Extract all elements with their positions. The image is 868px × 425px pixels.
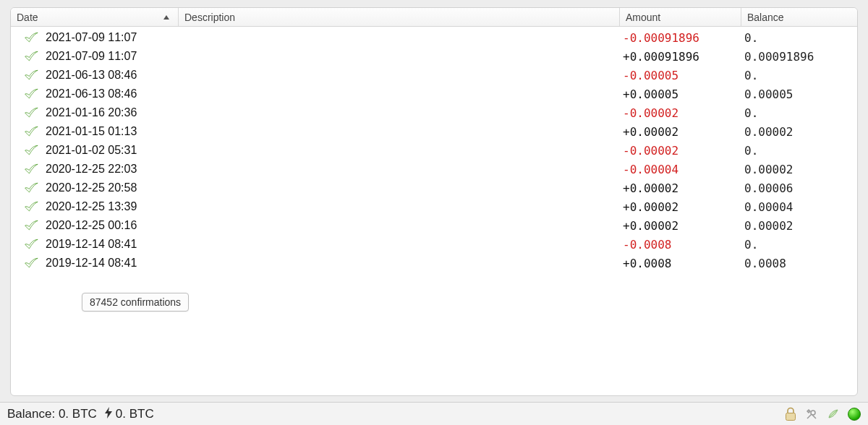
tx-date: 2020-12-25 20:58 xyxy=(43,181,179,194)
tx-date: 2020-12-25 00:16 xyxy=(43,219,179,232)
history-panel: Date Description Amount Balance 2021-07-… xyxy=(10,7,858,396)
tx-amount: -0.00002 xyxy=(614,106,736,120)
network-status-icon[interactable] xyxy=(848,408,861,421)
confirmed-check-icon xyxy=(11,145,43,156)
balance-value: 0. BTC xyxy=(59,407,97,421)
sort-asc-icon xyxy=(163,15,169,20)
tx-balance: 0. xyxy=(736,31,851,45)
tx-amount: -0.00004 xyxy=(614,163,736,176)
column-header-balance[interactable]: Balance xyxy=(741,8,857,26)
tx-balance: 0.00005 xyxy=(736,87,851,101)
column-header-description[interactable]: Description xyxy=(179,8,620,26)
tx-date: 2021-06-13 08:46 xyxy=(43,69,179,82)
confirmed-check-icon xyxy=(11,220,43,231)
table-header: Date Description Amount Balance xyxy=(11,8,857,27)
confirmed-check-icon xyxy=(11,163,43,175)
table-row[interactable]: 2021-01-15 01:13+0.000020.00002 xyxy=(11,122,857,141)
tx-amount: +0.00002 xyxy=(614,125,736,139)
tools-icon[interactable] xyxy=(804,407,819,421)
tx-date: 2019-12-14 08:41 xyxy=(43,257,179,270)
table-row[interactable]: 2021-06-13 08:46+0.000050.00005 xyxy=(11,85,857,103)
tx-balance: 0.0008 xyxy=(736,257,851,270)
tx-date: 2019-12-14 08:41 xyxy=(43,238,179,251)
tx-amount: -0.00005 xyxy=(614,69,736,82)
tx-balance: 0.00091896 xyxy=(736,50,851,64)
tx-date: 2020-12-25 13:39 xyxy=(43,200,179,213)
tx-amount: +0.00002 xyxy=(614,219,736,233)
table-row[interactable]: 2021-06-13 08:46-0.000050. xyxy=(11,66,857,85)
tx-date: 2021-01-15 01:13 xyxy=(43,125,179,138)
table-row[interactable]: 2019-12-14 08:41-0.00080. xyxy=(11,235,857,254)
lightning-balance-value: 0. BTC xyxy=(116,407,154,421)
svg-rect-0 xyxy=(786,413,796,420)
confirmed-check-icon xyxy=(11,239,43,250)
seed-icon[interactable] xyxy=(826,407,841,421)
tx-amount: +0.0008 xyxy=(614,257,736,270)
table-row[interactable]: 2021-07-09 11:07+0.000918960.00091896 xyxy=(11,47,857,66)
tx-amount: +0.00005 xyxy=(614,87,736,101)
tx-amount: +0.00091896 xyxy=(614,50,736,64)
tx-balance: 0. xyxy=(736,106,851,120)
table-row[interactable]: 2020-12-25 22:03-0.000040.00002 xyxy=(11,160,857,179)
confirmations-tooltip: 87452 confirmations xyxy=(82,293,189,312)
table-row[interactable]: 2021-01-02 05:31-0.000020. xyxy=(11,141,857,160)
tx-balance: 0.00002 xyxy=(736,219,851,233)
tx-balance: 0.00004 xyxy=(736,200,851,214)
tx-date: 2021-07-09 11:07 xyxy=(43,31,179,44)
confirmed-check-icon xyxy=(11,32,43,43)
tx-balance: 0.00002 xyxy=(736,163,851,176)
tx-date: 2021-06-13 08:46 xyxy=(43,87,179,100)
tx-amount: +0.00002 xyxy=(614,181,736,195)
confirmed-check-icon xyxy=(11,182,43,194)
tx-date: 2020-12-25 22:03 xyxy=(43,163,179,176)
tx-balance: 0. xyxy=(736,69,851,82)
tx-date: 2021-01-02 05:31 xyxy=(43,144,179,157)
wallet-window: Date Description Amount Balance 2021-07-… xyxy=(0,0,868,425)
confirmations-tooltip-text: 87452 confirmations xyxy=(90,296,181,308)
table-row[interactable]: 2019-12-14 08:41+0.00080.0008 xyxy=(11,254,857,272)
tx-amount: +0.00002 xyxy=(614,200,736,214)
tx-amount: -0.00002 xyxy=(614,144,736,158)
tx-balance: 0. xyxy=(736,144,851,158)
column-header-amount-label: Amount xyxy=(626,12,660,23)
confirmed-check-icon xyxy=(11,257,43,269)
confirmed-check-icon xyxy=(11,126,43,137)
lightning-icon xyxy=(104,407,113,421)
tx-amount: -0.00091896 xyxy=(614,31,736,45)
column-header-balance-label: Balance xyxy=(747,12,784,23)
column-header-date[interactable]: Date xyxy=(11,8,179,26)
tx-amount: -0.0008 xyxy=(614,238,736,252)
confirmed-check-icon xyxy=(11,107,43,119)
confirmed-check-icon xyxy=(11,69,43,81)
column-header-description-label: Description xyxy=(184,12,235,23)
column-header-amount[interactable]: Amount xyxy=(620,8,741,26)
table-row[interactable]: 2021-07-09 11:07-0.000918960. xyxy=(11,28,857,47)
table-row[interactable]: 2021-01-16 20:36-0.000020. xyxy=(11,103,857,122)
table-row[interactable]: 2020-12-25 00:16+0.000020.00002 xyxy=(11,216,857,235)
tx-balance: 0.00006 xyxy=(736,181,851,195)
svg-point-1 xyxy=(811,411,815,415)
tx-date: 2021-07-09 11:07 xyxy=(43,50,179,63)
tx-balance: 0.00002 xyxy=(736,125,851,139)
confirmed-check-icon xyxy=(11,201,43,212)
table-row[interactable]: 2020-12-25 13:39+0.000020.00004 xyxy=(11,197,857,216)
column-header-date-label: Date xyxy=(17,12,38,23)
table-row[interactable]: 2020-12-25 20:58+0.000020.00006 xyxy=(11,179,857,197)
tx-balance: 0. xyxy=(736,238,851,252)
status-bar: Balance: 0. BTC 0. BTC xyxy=(0,402,868,425)
lock-icon[interactable] xyxy=(784,407,797,421)
tx-date: 2021-01-16 20:36 xyxy=(43,106,179,119)
transaction-list: 2021-07-09 11:07-0.000918960.2021-07-09 … xyxy=(11,27,857,272)
confirmed-check-icon xyxy=(11,88,43,100)
balance-label: Balance: xyxy=(7,407,55,421)
confirmed-check-icon xyxy=(11,51,43,62)
